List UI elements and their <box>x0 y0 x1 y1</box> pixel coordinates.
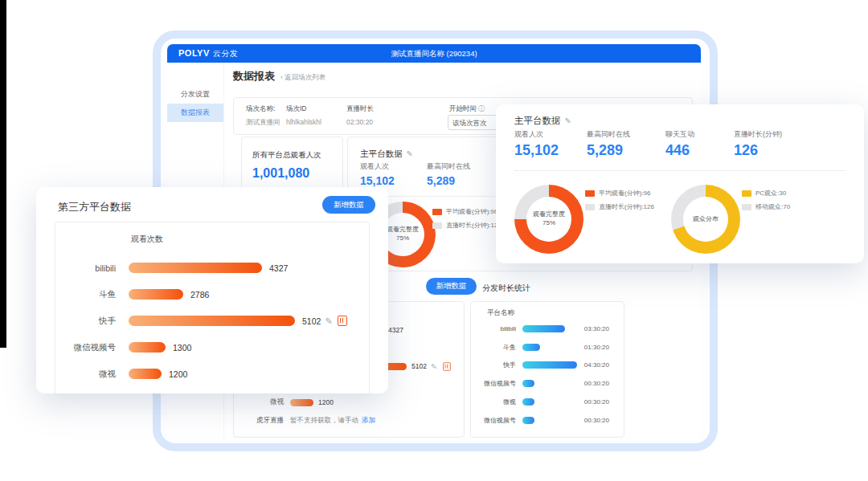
stat-value: 15,102 <box>360 174 395 187</box>
donut-center-text: 观看完整度 <box>387 226 419 234</box>
bar-row: 快手04:30:20 <box>471 357 624 375</box>
bar-category-label: 斗鱼 <box>55 289 116 300</box>
bar-row: 微视1200 <box>55 361 369 387</box>
bar-time-value: 01:30:20 <box>584 344 609 351</box>
unsupported-row: 虎牙直播暂不支持获取，请手动添加 <box>234 412 464 430</box>
delete-icon[interactable] <box>443 362 451 370</box>
legend-row: 直播时长(分钟):126 <box>585 202 654 211</box>
bar-time-value: 03:30:20 <box>584 325 609 332</box>
legend-swatch <box>585 190 595 197</box>
delete-icon[interactable] <box>338 316 347 326</box>
stat-value: 5,289 <box>427 174 470 187</box>
platform-name-header: 平台名称 <box>487 308 514 318</box>
stat-value: 5,289 <box>587 142 630 159</box>
edit-icon[interactable]: ✎ <box>325 316 333 327</box>
donut-center-value: 75% <box>396 234 409 243</box>
legend-label: 平均观看(分钟):96 <box>446 207 497 216</box>
distribution-duration-panel: 平台名称 bilibili03:30:20斗鱼01:30:20快手04:30:2… <box>470 301 624 438</box>
watch-completion-legend: 平均观看(分钟):96直播时长(分钟):126 <box>585 189 654 216</box>
start-time-dropdown[interactable]: 该场次首次 <box>448 115 501 130</box>
edit-icon[interactable]: ✎ <box>407 149 413 158</box>
bar <box>290 399 313 406</box>
bar-row: 微视00:30:20 <box>471 393 624 411</box>
main-platform-title: 主平台数据✎ <box>360 149 413 160</box>
bar-category-label: 微信视频号 <box>55 342 116 353</box>
stat-label: 最高同时在线 <box>427 161 470 172</box>
bar-category-label: 微视 <box>471 397 516 406</box>
donut-center-text: 观看完整度 <box>533 210 565 219</box>
logo-suffix: 云分发 <box>213 49 239 58</box>
screen-edge-strip <box>0 0 6 348</box>
divider <box>514 170 845 171</box>
bar-category-label: 斗鱼 <box>471 343 516 352</box>
back-to-sessions-link[interactable]: ‹ 返回场次列表 <box>280 73 326 83</box>
watch-completion-donut: 观看完整度75% <box>514 185 583 254</box>
bar-row: 快手5102✎ <box>55 308 369 334</box>
legend-row: 平均观看(分钟):96 <box>585 189 654 198</box>
audience-distribution-legend: PC观众:30移动观众:70 <box>742 189 790 216</box>
stat-1: 最高同时在线5,289 <box>587 129 630 159</box>
bar <box>522 361 577 369</box>
page-title: 数据报表 <box>233 69 275 84</box>
bar <box>129 289 183 300</box>
legend-swatch <box>742 190 751 197</box>
edit-icon[interactable]: ✎ <box>565 116 571 125</box>
logo-text: POLYV <box>178 48 210 58</box>
total-views-title: 所有平台总观看人次 <box>252 150 321 161</box>
bar <box>522 325 565 332</box>
watch-completion-legend: 平均观看(分钟):96直播时长(分钟):126 <box>432 207 502 234</box>
legend-row: 直播时长(分钟):126 <box>432 221 502 230</box>
donut-center-value: 75% <box>542 219 555 228</box>
legend-label: 平均观看(分钟):96 <box>599 189 650 198</box>
bar-row: 微信视频号00:30:20 <box>471 411 624 430</box>
info-icon: ⓘ <box>478 105 485 112</box>
bar-row: 微信视频号00:30:20 <box>471 374 624 393</box>
bar-category-label: 微视 <box>55 369 116 380</box>
bar-time-value: 04:30:20 <box>584 361 609 369</box>
bar-row: bilibili4327 <box>55 255 369 281</box>
polyv-logo: POLYV云分发 <box>178 48 238 59</box>
legend-row: 平均观看(分钟):96 <box>432 207 502 216</box>
legend-row: PC观众:30 <box>742 189 790 198</box>
bar-row: bilibili03:30:20 <box>471 320 624 338</box>
bar-category-label: 快手 <box>55 316 116 327</box>
stat-label: 观看人次 <box>514 129 559 140</box>
bar <box>129 342 166 353</box>
bar-value: 1200 <box>318 398 334 406</box>
stat-0: 观看人次15,102 <box>514 129 559 159</box>
edit-icon[interactable]: ✎ <box>431 362 437 371</box>
distribution-section-title: 分发时长统计 <box>482 283 530 294</box>
donut-center-label: 观看完整度75% <box>514 185 583 254</box>
stat-2: 聊天互动446 <box>665 129 694 159</box>
session-name-value: 测试直播间 <box>246 118 280 128</box>
legend-label: 直播时长(分钟):126 <box>599 202 654 211</box>
legend-swatch <box>742 204 751 210</box>
room-title: 测试直播间名称 (290234) <box>167 49 701 59</box>
legend-swatch <box>585 204 595 210</box>
add-data-button[interactable]: 新增数据 <box>426 278 477 295</box>
bar-value: 5102 <box>411 362 427 370</box>
add-data-button[interactable]: 新增数据 <box>322 196 375 214</box>
add-manually-link[interactable]: 添加 <box>362 416 375 426</box>
live-duration-label: 直播时长 <box>346 104 374 114</box>
bar-value: 4327 <box>269 263 288 273</box>
stat-3: 直播时长(分钟)126 <box>734 129 782 159</box>
duration-bar-rows: bilibili03:30:20斗鱼01:30:20快手04:30:20微信视频… <box>471 320 624 430</box>
audience-distribution-donut: 观众分布 <box>671 185 740 254</box>
session-id-label: 场次ID <box>286 104 307 114</box>
bar <box>522 380 534 387</box>
app-header: 测试直播间名称 (290234) POLYV云分发 <box>167 44 701 63</box>
bar-value: 1300 <box>173 343 191 353</box>
stat-1: 最高同时在线5,289 <box>427 161 470 187</box>
main-platform-floating-card: 主平台数据✎ 观看人次15,102最高同时在线5,289聊天互动446直播时长(… <box>496 104 864 263</box>
bar-value: 4327 <box>388 326 403 334</box>
sidebar-item-distribution-settings[interactable]: 分发设置 <box>167 85 223 104</box>
legend-label: 直播时长(分钟):126 <box>446 221 502 230</box>
bar-time-value: 00:30:20 <box>584 398 609 406</box>
sidebar-item-data-report[interactable]: 数据报表 <box>167 104 223 122</box>
stat-label: 聊天互动 <box>665 129 694 140</box>
bar-category-label: bilibili <box>471 325 516 332</box>
bar-value: 2786 <box>190 290 209 300</box>
bar-row: 微信视频号1300 <box>55 334 369 361</box>
bar-row: 斗鱼2786 <box>55 281 369 308</box>
